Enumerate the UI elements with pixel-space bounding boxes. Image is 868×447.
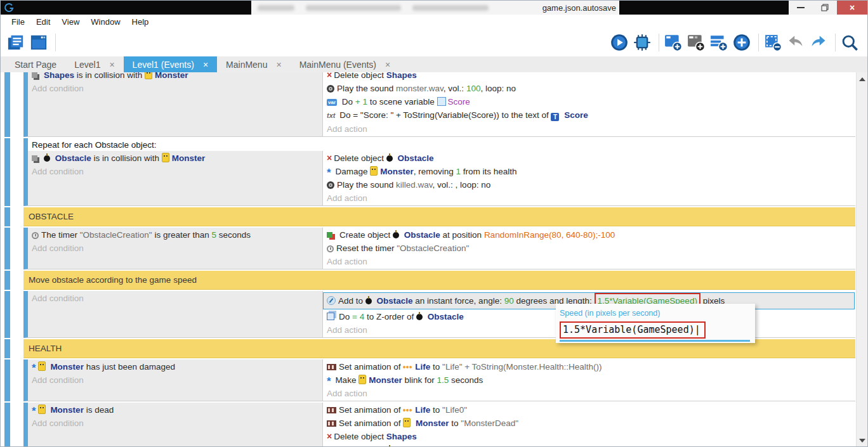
event-drag-handle[interactable] [4,207,10,226]
action-line[interactable]: ×Delete object Obstacle [323,152,855,165]
project-manager-icon [7,34,25,51]
monster-icon [403,418,411,427]
condition-line[interactable]: Obstacle is in collision with Monster [28,152,322,165]
add-action-link[interactable]: Add action [323,387,855,400]
event-drag-handle[interactable] [4,339,10,358]
placeholder: Add condition [32,243,84,253]
placeholder: Add action [327,257,367,266]
close-button[interactable]: × [837,1,867,15]
menu-item-help[interactable]: Help [126,17,155,27]
add-subevent-button[interactable] [686,32,706,53]
restore-button[interactable] [813,1,837,15]
scroll-down-arrow[interactable] [859,439,865,443]
scene-editor-button[interactable] [29,32,49,53]
monster-icon [370,166,378,176]
action-line[interactable]: Play the sound monster.wav, vol.: 100, l… [323,82,855,95]
action-line[interactable]: ×Delete object Shapes [323,72,855,82]
tab-mainmenu[interactable]: MainMenu× [217,56,291,72]
action-line[interactable]: * Make Monster blink for 1.5 seconds [323,373,855,387]
vertical-scrollbar[interactable] [856,72,867,446]
undo-button[interactable] [786,32,806,53]
add-action-link[interactable]: Add action [323,122,855,136]
action-line[interactable]: Reset the timer "ObstacleCreation" [323,242,855,255]
tab-close-icon[interactable]: × [109,60,114,70]
add-comment-button[interactable] [709,32,729,53]
tab-close-icon[interactable]: × [385,60,390,70]
comment-text[interactable]: OBSTACLE [23,207,855,226]
action-line[interactable]: Set animation of Monster to "MonsterDead… [323,417,855,430]
expression-input[interactable]: 1.5*Variable(GameSpeed)| [560,321,750,339]
add-condition-link[interactable]: Add condition [28,82,322,95]
remove-event-button[interactable] [763,32,783,53]
event-drag-handle[interactable] [4,138,10,206]
tab-label: Start Page [15,60,56,70]
condition-line[interactable]: * Monster is dead [28,403,322,417]
event-drag-handle[interactable] [4,403,10,446]
add-action-link[interactable]: Add action [323,191,855,205]
menu-item-edit[interactable]: Edit [30,17,56,27]
tab-label: Level1 [74,60,100,70]
debugger-button[interactable] [632,32,652,53]
event-drag-handle[interactable] [4,360,10,401]
event-columns: * Monster has just been damagedAdd condi… [28,360,855,401]
condition-line[interactable]: Shapes is in collision with Monster [28,72,322,82]
minimize-button[interactable] [789,1,813,15]
event-drag-handle[interactable] [4,72,10,137]
action-line[interactable]: ×Delete object Shapes [323,430,855,443]
damage-icon: * [32,408,36,415]
condition-line[interactable]: The timer "ObstacleCreation" is greater … [28,228,322,242]
condition-line[interactable]: * Monster has just been damaged [28,360,322,373]
action-line[interactable]: Set animation of Life to "Life0" [323,403,855,417]
add-condition-link[interactable]: Add condition [28,373,322,387]
events-sheet: Shapes is in collision with MonsterAdd c… [1,72,867,446]
event-drag-handle[interactable] [4,291,10,338]
add-condition-link[interactable]: Add condition [28,292,322,305]
value: 1.5 [437,375,449,385]
annotation-box: 1.5*Variable(GameSpeed)| [560,321,706,339]
minimize-icon [797,7,805,8]
tab-start-page[interactable]: Start Page [6,56,65,72]
tab-close-icon[interactable]: × [203,60,208,70]
collision-icon [32,155,37,161]
project-manager-button[interactable] [6,32,26,53]
scroll-up-arrow[interactable] [859,77,865,81]
window-title: game.json.autosave [251,1,619,15]
actions-column: ×Delete object Obstacle* Damage Monster,… [323,151,855,205]
bomb-icon [365,298,372,304]
add-other-event-button[interactable] [732,32,752,53]
menu-item-window[interactable]: Window [85,17,126,27]
action-line[interactable]: ×Delete object Obstacle [323,443,855,446]
tab-level1[interactable]: Level1× [65,56,123,72]
tab-level1-events-[interactable]: Level1 (Events)× [124,56,217,72]
action-line[interactable]: Set animation of Life to "Life" + ToStri… [323,360,855,373]
action-line[interactable]: txt Do = "Score: " + ToString(Variable(S… [323,108,855,122]
sound-icon [327,85,334,93]
tab-close-icon[interactable]: × [276,60,281,70]
preview-play-button[interactable] [609,32,629,53]
action-line[interactable]: var Do + 1 to scene variable Score [323,95,855,108]
action-line[interactable]: * Damage Monster, removing 1 from its he… [323,165,855,178]
add-action-link[interactable]: Add action [323,255,855,268]
text: Damage [333,167,371,176]
menu-item-view[interactable]: View [56,17,85,27]
action-line[interactable]: Create object Obstacle at position Rando… [323,228,855,242]
event-columns: Obstacle is in collision with MonsterAdd… [28,151,855,205]
comment-row: OBSTACLE [1,207,867,226]
add-condition-link[interactable]: Add condition [28,417,322,430]
event-columns: * Monster is deadAdd conditionSet animat… [28,403,855,446]
action-line[interactable]: Play the sound killed.wav, vol.: , loop:… [323,178,855,191]
bomb-icon [393,232,399,238]
search-button[interactable] [839,32,860,53]
comment-text[interactable]: Move obstacle according to the game spee… [23,271,855,290]
input-underline [560,340,750,342]
repeat-event-header[interactable]: Repeat for each Obstacle object: [28,138,855,151]
add-event-button[interactable] [663,32,683,53]
event-drag-handle[interactable] [4,228,10,269]
menu-item-file[interactable]: File [6,17,30,27]
tab-mainmenu-events-[interactable]: MainMenu (Events)× [291,56,400,72]
add-condition-link[interactable]: Add condition [28,242,322,255]
conditions-column: Shapes is in collision with MonsterAdd c… [28,72,323,136]
event-drag-handle[interactable] [4,271,10,290]
add-condition-link[interactable]: Add condition [28,165,322,178]
redo-button[interactable] [808,32,829,53]
